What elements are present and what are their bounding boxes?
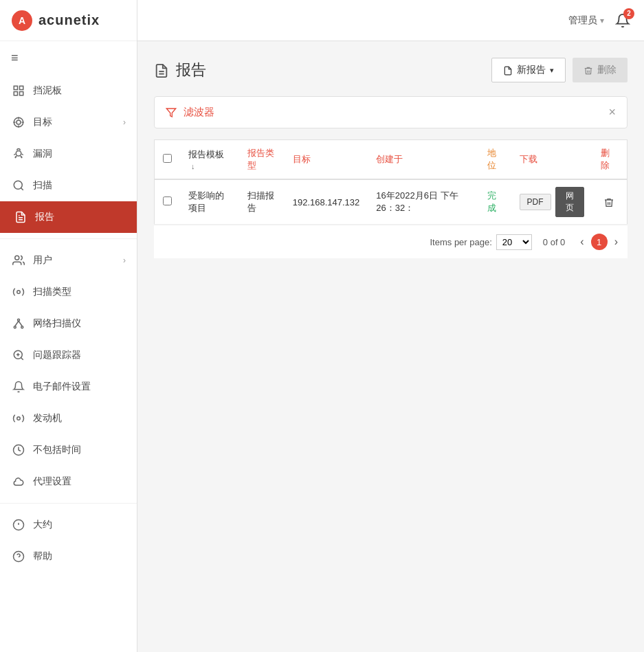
svg-point-19 [18,319,20,321]
logo-text: acunetix [38,12,100,28]
users-icon [11,253,26,268]
items-per-page-label: Items per page: [430,237,491,247]
sidebar-item-scans[interactable]: 扫描 [0,170,137,201]
user-menu[interactable]: 管理员 ▾ [568,14,604,27]
filter-label: 滤波器 [184,106,608,119]
time-icon [11,442,26,458]
sidebar-item-label-reports: 报告 [35,211,54,223]
sort-icon: ↓ [191,162,195,170]
pagination-next-button[interactable]: › [610,234,622,249]
page-content: 报告 新报告 ▾ 删除 [137,41,644,652]
sidebar-item-label-scan-types: 扫描类型 [33,286,71,298]
page-header: 报告 新报告 ▾ 删除 [154,58,628,82]
svg-text:A: A [19,15,25,26]
issue-icon [11,348,26,363]
reports-table: 报告模板 ↓ 报告类型 目标 创建于 地位 [154,139,628,225]
notification-badge: 2 [623,8,634,19]
menu-toggle[interactable]: ≡ [0,41,137,75]
sidebar-item-scan-types[interactable]: 扫描类型 [0,276,137,308]
items-per-page-select[interactable]: 20 50 100 [496,234,532,250]
svg-rect-4 [14,92,17,95]
notification-bell[interactable]: 2 [615,12,630,29]
sidebar-item-vulnerabilities[interactable]: 漏洞 [0,138,137,170]
sidebar-divider-2 [0,503,137,504]
svg-rect-5 [20,92,23,95]
sidebar-item-label-users: 用户 [33,254,52,267]
row-delete-button[interactable] [601,193,617,211]
download-actions: PDF 网页 [520,187,585,217]
sidebar-item-issue-tracker[interactable]: 问题跟踪器 [0,339,137,371]
svg-point-7 [16,120,21,124]
user-label: 管理员 [568,14,597,27]
pagination-count: 0 of 0 [543,237,566,247]
table-header-download[interactable]: 下载 [511,140,593,180]
top-header: 管理员 ▾ 2 [137,0,644,41]
dashboard-icon [11,83,26,98]
table-header-template[interactable]: 报告模板 ↓ [180,140,239,180]
sidebar-item-label-scans: 扫描 [33,179,52,192]
filter-icon [166,106,177,119]
scan-icon [11,178,26,193]
sidebar-divider-1 [0,238,137,239]
acunetix-logo-icon: A [11,10,33,32]
users-arrow: › [123,256,126,265]
svg-marker-37 [166,109,175,117]
sidebar-item-email-settings[interactable]: 电子邮件设置 [0,371,137,403]
svg-point-12 [16,151,21,157]
svg-point-13 [14,181,22,189]
sidebar-item-label-proxy-settings: 代理设置 [33,475,71,488]
svg-point-17 [15,256,19,260]
row-actions: PDF 网页 [511,179,593,225]
table-header-status[interactable]: 地位 [479,140,511,180]
sidebar-item-dashboard[interactable]: 挡泥板 [0,75,137,106]
row-checkbox[interactable] [163,196,172,205]
page-title: 报告 [154,60,206,80]
delete-icon [584,65,593,76]
sidebar-item-label-email-settings: 电子邮件设置 [33,381,91,393]
network-icon [11,316,26,331]
sidebar-item-label-about: 大约 [33,519,52,531]
svg-point-28 [17,417,21,420]
row-template[interactable]: 受影响的项目 [180,179,239,225]
filter-close-button[interactable]: × [608,105,616,120]
logo-area: A acunetix [0,0,137,41]
sidebar-item-users[interactable]: 用户 › [0,245,137,276]
table-header-checkbox-cell [155,140,181,180]
sidebar-item-reports[interactable]: 报告 [0,201,137,233]
new-report-dropdown-arrow: ▾ [550,66,554,75]
sidebar-item-about[interactable]: 大约 [0,509,137,541]
new-report-button[interactable]: 新报告 ▾ [491,58,566,82]
sidebar-item-label-targets: 目标 [33,116,52,128]
table-header-target[interactable]: 目标 [285,140,368,180]
info-icon [11,517,26,532]
sidebar-item-engines[interactable]: 发动机 [0,403,137,434]
row-created: 16年2022月6日 下午26：32： [368,179,478,225]
svg-point-21 [21,326,23,328]
pagination-prev-button[interactable]: ‹ [576,234,588,249]
target-icon [11,115,26,130]
filter-bar: 滤波器 × [154,96,628,128]
row-status: 完成 [479,179,511,225]
select-all-checkbox[interactable] [163,154,172,163]
row-type[interactable]: 扫描报告 [239,179,285,225]
sidebar-item-proxy-settings[interactable]: 代理设置 [0,466,137,497]
sidebar-item-exclude-times[interactable]: 不包括时间 [0,434,137,466]
pagination-current-page[interactable]: 1 [591,234,608,250]
pagination-bar: Items per page: 20 50 100 0 of 0 ‹ 1 › [154,225,628,258]
sidebar: A acunetix ≡ 挡泥板 目标 › 漏洞 扫描 [0,0,137,652]
download-web-button[interactable]: 网页 [555,187,585,217]
table-header-delete[interactable]: 删除 [592,140,627,180]
sidebar-item-targets[interactable]: 目标 › [0,106,137,138]
page-actions: 新报告 ▾ 删除 [491,58,628,82]
download-pdf-button[interactable]: PDF [520,194,551,210]
user-menu-arrow: ▾ [600,16,604,25]
sidebar-item-help[interactable]: 帮助 [0,541,137,572]
table-header-created[interactable]: 创建于 [368,140,478,180]
delete-button[interactable]: 删除 [573,58,628,82]
table-header-type[interactable]: 报告类型 [239,140,285,180]
targets-arrow: › [123,117,126,127]
svg-rect-3 [20,86,23,89]
proxy-icon [11,474,26,489]
sidebar-item-label-network-scanners: 网络扫描仪 [33,317,81,330]
sidebar-item-network-scanners[interactable]: 网络扫描仪 [0,308,137,339]
